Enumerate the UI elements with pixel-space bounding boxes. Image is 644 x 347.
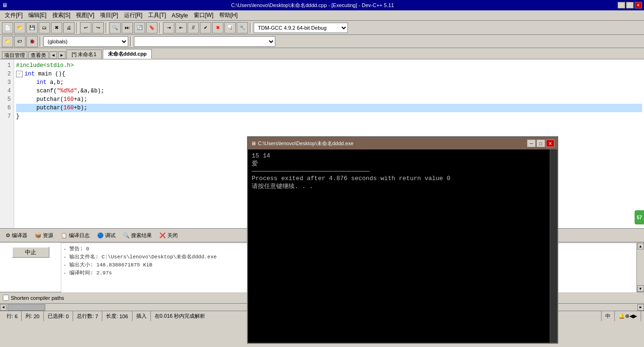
bottom-tab-debug[interactable]: 🔵 调试 <box>93 231 119 240</box>
symbol-dropdown[interactable] <box>134 36 275 47</box>
title-bar: 🖥 C:\Users\lenovo\Desktop\未命名dddd.cpp - … <box>0 0 644 10</box>
nav-fwd-icon[interactable]: ▶ <box>633 313 637 319</box>
proj-mgr-btn[interactable]: 📁 <box>2 36 13 47</box>
compile-run-btn[interactable]: 📊 <box>224 22 236 33</box>
status-extra-icons: 🔔 <box>619 313 625 319</box>
bottom-tab-close[interactable]: ❌ 关闭 <box>156 231 182 240</box>
scope-dropdown[interactable]: (globals) <box>43 36 128 47</box>
menu-search[interactable]: 搜索[S] <box>50 10 74 20</box>
comment-btn[interactable]: // <box>188 22 199 33</box>
title-bar-left: 🖥 <box>2 2 8 8</box>
console-icon: 🖥 <box>251 140 256 146</box>
hscroll-left[interactable]: ◄ <box>0 304 7 311</box>
close-btn2[interactable]: ✖ <box>51 22 62 33</box>
code-text-6: putchar(160+b); <box>16 104 87 112</box>
run-btn[interactable]: ✖ <box>212 22 223 33</box>
compiler-dropdown[interactable]: TDM-GCC 4.9.2 64-bit Debug <box>254 23 348 33</box>
status-total: 总行数: 7 <box>73 311 102 321</box>
window-controls[interactable]: ─ □ ✕ <box>618 2 642 8</box>
menu-file[interactable]: 文件[F] <box>2 10 25 20</box>
menu-bar: 文件[F] 编辑[E] 搜索[S] 视图[V] 项目[P] 运行[R] 工具[T… <box>0 10 644 21</box>
menu-tools[interactable]: 工具[T] <box>145 10 169 20</box>
tab-unnamed1[interactable]: [*] 未命名1 <box>66 50 102 59</box>
tab-nav-right[interactable]: ► <box>58 51 66 59</box>
code-text-7: } <box>16 112 19 121</box>
menu-help[interactable]: 帮助[H] <box>216 10 240 20</box>
console-press-key: 请按任意键继续. . . <box>252 182 546 190</box>
class-btn[interactable]: 🏷 <box>14 36 25 47</box>
bottom-close-icon: ❌ <box>159 232 166 239</box>
line-num-5: 5 <box>1 95 13 104</box>
menu-view[interactable]: 视图[V] <box>73 10 97 20</box>
sep2 <box>106 23 107 33</box>
sep4 <box>250 23 252 33</box>
bottom-tab-log[interactable]: 📋 编译日志 <box>57 231 93 240</box>
indent-btn[interactable]: ⇥ <box>163 22 174 33</box>
tab-nav-left[interactable]: ◄ <box>50 51 57 59</box>
hscroll-right[interactable]: ► <box>637 304 644 311</box>
replace-btn[interactable]: 🔄 <box>134 22 145 33</box>
status-len: 长度: 106 <box>102 311 132 321</box>
code-line-6: putchar(160+b); <box>16 104 642 112</box>
console-maximize[interactable]: □ <box>537 140 545 147</box>
menu-project[interactable]: 项目[P] <box>97 10 121 20</box>
shorten-checkbox[interactable] <box>3 295 9 301</box>
hscroll-thumb[interactable] <box>8 304 45 311</box>
menu-run[interactable]: 运行[R] <box>121 10 145 20</box>
log-scroll-up[interactable]: ▲ <box>637 243 644 249</box>
code-line-4: scanf("%d%d",&a,&b); <box>16 87 642 95</box>
console-window: 🖥 C:\Users\lenovo\Desktop\未命名dddd.exe ─ … <box>247 136 558 344</box>
minimize-button[interactable]: ─ <box>618 2 625 8</box>
expand-icon-2[interactable]: - <box>16 71 23 77</box>
code-text-3: int a,b; <box>16 78 64 87</box>
len-label: 长度: <box>106 313 118 320</box>
nav-back-icon[interactable]: ◀ <box>629 313 633 319</box>
menu-edit[interactable]: 编辑[E] <box>25 10 50 20</box>
console-minimize[interactable]: ─ <box>527 140 536 147</box>
code-text-1: #include<stdio.h> <box>16 61 74 70</box>
bottom-tab-search[interactable]: 🔍 搜索结果 <box>119 231 156 240</box>
bottom-tab-resource[interactable]: 📦 资源 <box>31 231 57 240</box>
bookmark-btn[interactable]: 🔖 <box>146 22 157 33</box>
bottom-tab-compiler[interactable]: ⚙ 编译器 <box>2 231 31 240</box>
stop-button[interactable]: 中止 <box>12 247 50 258</box>
maximize-button[interactable]: □ <box>626 2 634 8</box>
line-num-2: 2 <box>1 70 13 78</box>
tab-view[interactable]: 查看类 <box>28 51 49 59</box>
save-all-btn[interactable]: 🗂 <box>39 22 50 33</box>
console-close[interactable]: ✕ <box>546 140 554 147</box>
menu-astyle[interactable]: AStyle <box>169 11 191 20</box>
code-line-1: #include<stdio.h> <box>16 61 642 70</box>
console-output-1: 15 14 <box>252 152 546 159</box>
save-btn[interactable]: 💾 <box>26 22 38 33</box>
redo-btn[interactable]: ↪ <box>92 22 104 33</box>
find-next-btn[interactable]: ⏭ <box>122 22 133 33</box>
log-scroll-down[interactable]: ▼ <box>637 285 644 292</box>
sep6 <box>130 36 132 47</box>
search-result-icon: 🔍 <box>123 232 130 239</box>
console-controls[interactable]: ─ □ ✕ <box>527 140 554 147</box>
window-title: C:\Users\lenovo\Desktop\未命名dddd.cpp - [E… <box>8 2 618 9</box>
find-btn[interactable]: 🔍 <box>109 22 121 33</box>
log-icon: 📋 <box>61 232 67 239</box>
green-circle[interactable]: 57 <box>635 210 644 224</box>
menu-window[interactable]: 窗口[W] <box>191 10 216 20</box>
print-btn[interactable]: 🖨 <box>63 22 74 33</box>
compile-btn[interactable]: ✔ <box>200 22 211 33</box>
tab-proj-mgr[interactable]: 项目管理 <box>2 51 27 59</box>
debug-btn[interactable]: 🐞 <box>26 36 38 47</box>
new-btn[interactable]: 📄 <box>2 22 13 33</box>
status-col: 列: 20 <box>22 311 43 321</box>
insert-mode: 插入 <box>136 313 147 320</box>
undo-btn[interactable]: ↩ <box>80 22 91 33</box>
check-btn[interactable]: 🔧 <box>237 22 248 33</box>
code-line-3: int a,b; <box>16 78 642 87</box>
open-btn[interactable]: 📂 <box>14 22 25 33</box>
status-sel: 已选择: 0 <box>44 311 73 321</box>
console-title-bar: 🖥 C:\Users\lenovo\Desktop\未命名dddd.exe ─ … <box>248 137 557 149</box>
unindent-btn[interactable]: ⇤ <box>175 22 187 33</box>
row-val: 6 <box>15 314 17 319</box>
close-button[interactable]: ✕ <box>635 2 642 8</box>
console-scrollbar[interactable] <box>550 149 557 343</box>
tab-dddd[interactable]: 未命名dddd.cpp <box>103 49 152 59</box>
